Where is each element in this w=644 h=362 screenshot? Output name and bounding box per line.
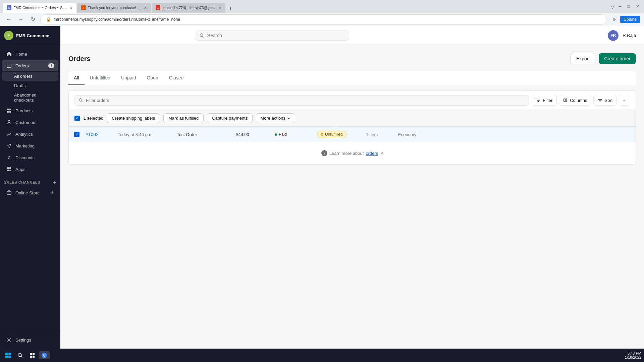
browser-taskbar-app[interactable]: C [39, 351, 50, 359]
svg-rect-14 [564, 99, 565, 102]
sidebar-header: F FMR Commerce [0, 26, 60, 45]
selection-toolbar: ✓ 1 selected Create shipping labels Mark… [69, 110, 636, 127]
reload-button[interactable]: ↻ [28, 15, 38, 24]
filter-button[interactable]: Filter [532, 95, 557, 106]
maximize-button[interactable]: □ [626, 3, 632, 9]
customers-icon [6, 119, 12, 125]
row-checkbox[interactable]: ✓ [74, 132, 80, 137]
sidebar-item-label-analytics: Analytics [15, 132, 33, 137]
columns-button[interactable]: Columns [559, 95, 591, 106]
analytics-icon [6, 131, 12, 137]
more-actions-button[interactable]: More actions [256, 113, 295, 123]
sidebar-item-online-store[interactable]: Online Store 👁 [2, 187, 58, 198]
tab-close-1[interactable]: ✕ [69, 6, 72, 10]
tab-close-2[interactable]: ✕ [144, 6, 147, 10]
minimize-button[interactable]: ─ [616, 3, 624, 9]
start-button[interactable] [3, 350, 13, 361]
selection-count: 1 selected [84, 116, 103, 121]
filter-search-wrap[interactable] [74, 95, 529, 106]
online-store-visibility-icon[interactable]: 👁 [50, 190, 54, 195]
sidebar-item-customers[interactable]: Customers [2, 117, 58, 128]
topbar-search-input[interactable] [207, 33, 345, 38]
user-avatar[interactable]: FR [608, 30, 619, 41]
search-input-wrap[interactable] [195, 31, 349, 41]
orders-table: ✓ #1002 Today at 8:46 pm Test Order $44.… [69, 127, 636, 142]
export-button[interactable]: Export [571, 53, 595, 64]
svg-rect-8 [7, 170, 9, 171]
sidebar-item-products[interactable]: Products [2, 105, 58, 116]
svg-rect-23 [30, 356, 32, 358]
svg-rect-2 [9, 109, 11, 110]
tab-closed[interactable]: Closed [164, 71, 189, 85]
sidebar-item-home[interactable]: Home [2, 48, 58, 60]
add-channel-icon[interactable]: + [53, 179, 56, 185]
sidebar-item-label-orders: Orders [15, 63, 29, 68]
tab-close-3[interactable]: ✕ [218, 6, 221, 10]
create-shipping-labels-button[interactable]: Create shipping labels [107, 113, 160, 123]
create-order-button[interactable]: Create order [599, 53, 636, 64]
filter-icon [536, 98, 541, 103]
sidebar-item-label-apps: Apps [15, 167, 25, 172]
info-icon: i [321, 150, 327, 156]
topbar-right: FR R Raja [608, 30, 636, 41]
payment-badge: Paid [271, 131, 312, 138]
sidebar-item-discounts[interactable]: Discounts [2, 152, 58, 163]
svg-rect-22 [33, 353, 35, 355]
sidebar-item-label-discounts: Discounts [15, 155, 35, 160]
tab-title-3: Inbox (14,774) - fmraja73@gma... [162, 6, 216, 10]
order-total: $44.90 [236, 132, 266, 137]
svg-rect-24 [33, 356, 35, 358]
tab-2[interactable]: T Thank you for your purchase! - ... ✕ [77, 3, 151, 13]
url-text: fmrcommerce.myshopify.com/admin/orders?i… [54, 17, 601, 22]
svg-rect-6 [7, 167, 9, 169]
sidebar-item-label-products: Products [15, 108, 33, 113]
marketing-icon [6, 143, 12, 149]
address-bar[interactable]: 🔒 fmrcommerce.myshopify.com/admin/orders… [40, 14, 607, 24]
new-tab-button[interactable]: + [226, 6, 235, 13]
sidebar-item-orders[interactable]: Orders 1 [2, 60, 58, 71]
tab-1[interactable]: S FMR Commerce ~ Orders ~ Sho... ✕ [3, 3, 76, 13]
search-taskbar-button[interactable] [15, 350, 25, 361]
tab-all[interactable]: All [68, 71, 85, 85]
close-button[interactable]: ✕ [634, 3, 641, 9]
settings-icon [6, 337, 12, 343]
svg-rect-17 [8, 353, 11, 355]
tab-title-2: Thank you for your purchase! - ... [88, 6, 142, 10]
more-filter-button[interactable]: ··· [619, 95, 630, 106]
page-header: Orders Export Create order [68, 53, 636, 64]
sidebar-item-analytics[interactable]: Analytics [2, 128, 58, 140]
select-all-checkbox[interactable]: ✓ [74, 115, 80, 121]
tab-unpaid[interactable]: Unpaid [116, 71, 141, 85]
sidebar-sub-drafts[interactable]: Drafts [2, 81, 58, 90]
tab-open[interactable]: Open [141, 71, 163, 85]
svg-point-11 [8, 339, 10, 341]
mark-as-fulfilled-button[interactable]: Mark as fulfilled [163, 113, 204, 123]
capture-payments-button[interactable]: Capture payments [207, 113, 253, 123]
table-row[interactable]: ✓ #1002 Today at 8:46 pm Test Order $44.… [69, 127, 636, 142]
filter-orders-input[interactable] [86, 98, 525, 103]
orders-link[interactable]: orders [366, 151, 378, 156]
fulfillment-badge: Unfulfilled [317, 131, 361, 138]
extensions-button[interactable]: ⚙ [609, 15, 619, 24]
forward-button[interactable]: → [16, 15, 25, 24]
sidebar-sub-abandoned[interactable]: Abandoned checkouts [2, 90, 58, 105]
sidebar-item-apps[interactable]: Apps [2, 164, 58, 175]
tab-unfulfilled[interactable]: Unfulfilled [85, 71, 116, 85]
svg-rect-19 [8, 356, 11, 358]
browser-nav: ← → ↻ 🔒 fmrcommerce.myshopify.com/admin/… [0, 13, 644, 26]
update-button[interactable]: Update [620, 16, 640, 23]
order-tabs: All Unfulfilled Unpaid Open Closed [68, 71, 636, 85]
task-view-button[interactable] [27, 350, 38, 361]
sidebar-item-settings[interactable]: Settings [2, 334, 58, 346]
taskbar-time: 8:48 PM 1/18/2022 [625, 351, 641, 359]
svg-rect-10 [7, 191, 11, 194]
sidebar-sub-all-orders[interactable]: All orders [2, 72, 58, 81]
filter-buttons: Filter Columns [532, 95, 630, 106]
order-number: #1002 [86, 132, 112, 137]
sidebar-item-label-marketing: Marketing [15, 143, 35, 148]
tab-3[interactable]: G Inbox (14,774) - fmraja73@gma... ✕ [152, 3, 225, 13]
sort-button[interactable]: Sort [593, 95, 617, 106]
sidebar-item-marketing[interactable]: Marketing [2, 140, 58, 152]
taskbar: C 8:48 PM 1/18/2022 [0, 349, 644, 362]
back-button[interactable]: ← [4, 15, 13, 24]
